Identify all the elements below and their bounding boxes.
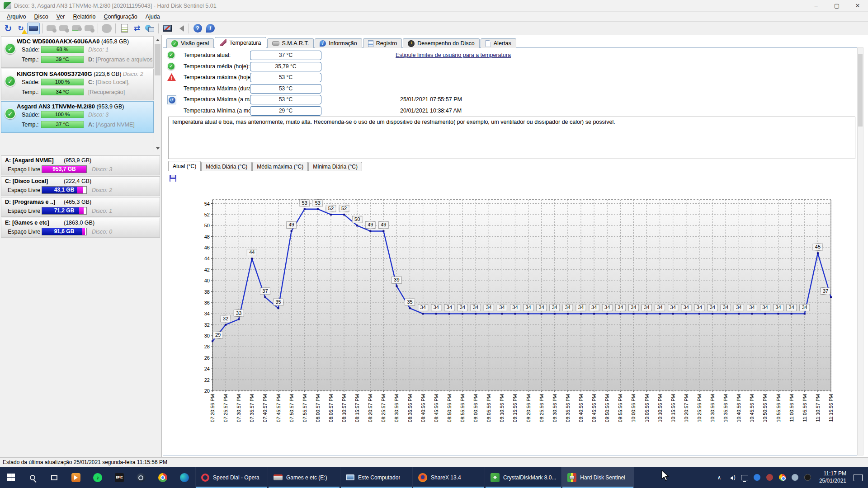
taskbar-clock[interactable]: 11:17 PM25/01/2021	[819, 470, 846, 484]
partition-entry[interactable]: E: [Games e etc](1863,0 GB)Espaço Livre9…	[1, 218, 160, 238]
svg-text:08:05:57 PM: 08:05:57 PM	[328, 394, 334, 422]
taskbar-task-sharex[interactable]: ShareX 13.4	[412, 467, 485, 488]
svg-text:09:05:56 PM: 09:05:56 PM	[486, 394, 491, 422]
taskbar-task-cdm[interactable]: CrystalDiskMark 8.0...	[485, 467, 561, 488]
discord-icon[interactable]	[766, 474, 774, 482]
taskbar-task-computer[interactable]: Este Computador	[340, 467, 412, 488]
taskbar-task-hds[interactable]: Hard Disk Sentinel	[561, 467, 634, 488]
start-icon[interactable]	[0, 467, 22, 488]
chart-tab-atual-c-[interactable]: Atual (°C)	[168, 161, 201, 171]
tab-temperatura[interactable]: Temperatura	[215, 37, 266, 48]
svg-text:09:55:56 PM: 09:55:56 PM	[618, 394, 623, 422]
close-button[interactable]: ✕	[847, 0, 868, 11]
scroll-down-icon[interactable]	[154, 145, 161, 152]
refresh-icon[interactable]: ↻	[2, 23, 14, 34]
tab-registro[interactable]: Registro	[363, 38, 402, 48]
svg-text:08:35:56 PM: 08:35:56 PM	[407, 394, 413, 422]
tab-informa-o[interactable]: iInformação	[315, 38, 362, 48]
help-icon[interactable]: ?	[191, 23, 204, 34]
svg-text:34: 34	[762, 305, 768, 310]
svg-text:09:15:56 PM: 09:15:56 PM	[512, 394, 518, 422]
svg-text:09:00:56 PM: 09:00:56 PM	[473, 394, 478, 422]
maximize-button[interactable]: ▢	[826, 0, 847, 11]
info-icon[interactable]: i	[204, 23, 217, 34]
page-scroll-thumb[interactable]	[858, 54, 863, 127]
chart-tab-m-dia-m-xima-c-[interactable]: Média máxima (°C)	[252, 162, 308, 171]
disk-entry[interactable]: KINGSTON SA400S37240G (223,6 GB) Disco: …	[1, 69, 154, 100]
search-icon[interactable]	[22, 467, 43, 488]
bluetooth-icon[interactable]	[753, 474, 761, 482]
task-view-icon[interactable]	[43, 467, 65, 488]
partition-entry[interactable]: A: [Asgard NVME](953,9 GB)Espaço Livre95…	[1, 155, 160, 175]
network-status-icon[interactable]	[143, 23, 156, 34]
chevron-up-icon[interactable]: ∧	[715, 474, 723, 482]
content: WDC WD5000AAKX-60U6AA0 (465,8 GB) ✓Saúde…	[0, 35, 868, 457]
history-icon[interactable]: ↺	[167, 95, 176, 104]
menu-configuração[interactable]: Configuração	[99, 13, 141, 21]
chrome-icon[interactable]	[152, 467, 174, 488]
svg-text:34: 34	[684, 305, 689, 310]
svg-text:34: 34	[420, 305, 426, 310]
page-scrollbar[interactable]	[857, 47, 863, 455]
svg-text:42: 42	[204, 267, 210, 272]
disk-entry[interactable]: WDC WD5000AAKX-60U6AA0 (465,8 GB) ✓Saúde…	[1, 36, 154, 68]
chart-tab-m-dia-di-ria-c-[interactable]: Média Diária (°C)	[201, 162, 252, 171]
svg-text:10:35:56 PM: 10:35:56 PM	[723, 394, 728, 422]
temperature-bar: 39 °C	[41, 56, 84, 63]
disk-overview-icon[interactable]	[27, 23, 40, 34]
epic-games-icon[interactable]: EPIC	[108, 467, 130, 488]
spotify-icon[interactable]: ♪	[87, 467, 108, 488]
svg-text:50: 50	[354, 216, 360, 222]
tab-alertas[interactable]: Alertas	[481, 38, 516, 48]
svg-text:34: 34	[499, 305, 505, 310]
menu-ver[interactable]: Ver	[52, 13, 69, 21]
menu-ajuda[interactable]: Ajuda	[142, 13, 164, 21]
temperature-limits-link[interactable]: Estipule limites de usuário para a tempe…	[396, 52, 511, 58]
svg-text:20: 20	[204, 388, 210, 394]
steam-icon[interactable]	[130, 467, 152, 488]
chrome-tray-icon[interactable]	[778, 474, 787, 482]
disk-point-icon	[83, 23, 95, 34]
taskbar-task-opera[interactable]: Speed Dial - Opera	[195, 467, 268, 488]
disk-list: WDC WD5000AAKX-60U6AA0 (465,8 GB) ✓Saúde…	[1, 36, 154, 152]
menu-disco[interactable]: Disco	[30, 13, 52, 21]
save-icon	[170, 175, 176, 182]
status-text: Estado da última atualização 25/01/2021 …	[3, 459, 167, 465]
menu-relatório[interactable]: Relatório	[69, 13, 99, 21]
tab-s-m-a-r-t-[interactable]: S.M.A.R.T.	[267, 38, 314, 48]
partition-entry[interactable]: D: [Programas e ..](465,3 GB)Espaço Livr…	[1, 197, 160, 217]
tab-vis-o-geral[interactable]: ✓Visão geral	[166, 38, 214, 48]
svg-text:07:25:57 PM: 07:25:57 PM	[223, 394, 228, 422]
menu-arquivo[interactable]: Arquivo	[3, 13, 30, 21]
svg-text:34: 34	[539, 305, 544, 310]
settings-monitor-icon[interactable]	[161, 23, 174, 34]
tab-desempenho-do-disco[interactable]: Desempenho do Disco	[403, 38, 479, 48]
save-chart-button[interactable]	[168, 174, 177, 183]
partition-entry[interactable]: C: [Disco Local](222,4 GB)Espaço Livre43…	[1, 176, 160, 196]
temperature-row: Temperatura Máxima (durante toda a vida …	[166, 84, 858, 95]
scroll-up-icon[interactable]	[154, 36, 161, 43]
svg-text:32: 32	[204, 322, 210, 328]
health-bar: 100 %	[41, 111, 84, 118]
refresh-warning-icon[interactable]: ↻	[14, 23, 27, 34]
svg-text:34: 34	[631, 305, 636, 310]
taskbar-task-drive[interactable]: Games e etc (E:)	[268, 467, 340, 488]
steam-tray-icon[interactable]	[791, 474, 799, 482]
svg-text:34: 34	[697, 305, 702, 310]
edge-icon[interactable]	[174, 467, 195, 488]
minimize-button[interactable]: –	[806, 0, 826, 11]
volume-icon[interactable]	[728, 474, 736, 482]
scroll-thumb[interactable]	[155, 44, 160, 75]
send-report-icon[interactable]: ⇄	[131, 23, 143, 34]
media-player-icon[interactable]	[65, 467, 87, 488]
action-center-icon[interactable]	[854, 474, 863, 481]
disk-list-scrollbar[interactable]	[154, 36, 160, 152]
sound-icon[interactable]	[174, 23, 186, 34]
svg-text:46: 46	[204, 245, 210, 250]
report-icon[interactable]	[118, 23, 131, 34]
disk-entry[interactable]: Asgard AN3 1TNVMe-M.2/80 (953,9 GB) ✓Saú…	[1, 101, 154, 133]
svg-text:26: 26	[204, 355, 210, 361]
network-icon[interactable]	[741, 474, 749, 482]
dark-app-icon[interactable]	[804, 474, 812, 482]
chart-tab-m-nima-di-ria-c-[interactable]: Mínima Diária (°C)	[308, 162, 362, 171]
